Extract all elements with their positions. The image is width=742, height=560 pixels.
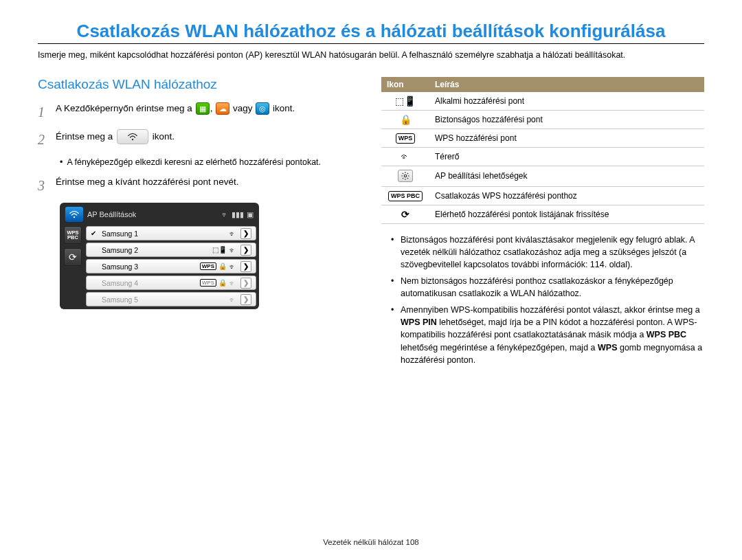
chevron-right-icon[interactable]: ❯	[240, 278, 251, 289]
notes-list: Biztonságos hozzáférési pont kiválasztás…	[381, 234, 704, 366]
chevron-right-icon[interactable]: ❯	[240, 261, 251, 272]
note-3: Amennyiben WPS-kompatibilis hozzáférési …	[394, 304, 704, 366]
wps-pbc-button[interactable]: WPSPBC	[64, 226, 82, 244]
wifi-button-icon	[117, 129, 148, 144]
camera-ap-screen: AP Beállítások ᯤ▮▮▮▣ WPSPBC ⟳ ✔Samsung 1…	[60, 203, 259, 309]
svg-point-1	[74, 216, 75, 218]
intro-text: Ismerje meg, miként kapcsolódhat hozzáfé…	[38, 49, 704, 62]
chevron-right-icon[interactable]: ❯	[240, 294, 251, 305]
step-2: 2 Érintse meg a ikont.	[38, 129, 361, 150]
table-row: ⟳Elérhető hozzáférési pontok listájának …	[381, 205, 704, 223]
page-title: Csatlakozás WLAN hálózathoz és a hálózat…	[38, 21, 704, 44]
table-row: WPSWPS hozzáférési pont	[381, 128, 704, 147]
ap-list-row[interactable]: Samsung 5ᯤ❯	[86, 292, 256, 306]
refresh-button[interactable]: ⟳	[64, 248, 82, 266]
col-icon: Ikon	[381, 77, 429, 92]
table-row: AP beállítási lehetőségek	[381, 166, 704, 186]
ap-list-row[interactable]: ✔Samsung 1ᯤ❯	[86, 226, 256, 240]
step-1: 1 A Kezdőképernyőn érintse meg a ▦, ☁ va…	[38, 102, 361, 122]
section-heading: Csatlakozás WLAN hálózathoz	[38, 77, 361, 92]
ap-list-row[interactable]: Samsung 4WPS🔒ᯤ❯	[86, 276, 256, 290]
svg-point-2	[404, 175, 407, 177]
table-row: 🔒Biztonságos hozzáférési pont	[381, 110, 704, 128]
table-row: ᯤTérerő	[381, 147, 704, 166]
share-icon: ▦	[196, 102, 210, 115]
table-row: WPS PBCCsatlakozás WPS hozzáférési ponth…	[381, 186, 704, 205]
step-number: 1	[38, 102, 49, 122]
note-2: Nem biztonságos hozzáférési ponthoz csat…	[394, 275, 704, 300]
chevron-right-icon[interactable]: ❯	[240, 245, 251, 256]
ap-screen-title: AP Beállítások	[87, 210, 217, 219]
status-icons: ᯤ▮▮▮▣	[221, 210, 254, 219]
table-row: ⬚📱Alkalmi hozzáférési pont	[381, 92, 704, 111]
svg-point-0	[132, 138, 133, 139]
step-2-note: A fényképezőgép elkezdi keresni az elérh…	[60, 157, 361, 169]
step-3: 3 Érintse meg a kívánt hozzáférési pont …	[38, 175, 361, 196]
ap-list-row[interactable]: Samsung 3WPS🔒ᯤ❯	[86, 259, 256, 273]
col-desc: Leírás	[429, 77, 704, 92]
page-footer: Vezeték nélküli hálózat 108	[0, 538, 742, 546]
chevron-right-icon[interactable]: ❯	[240, 228, 251, 239]
cloud-icon: ☁	[216, 102, 229, 115]
wifi-status-icon	[65, 207, 83, 222]
note-1: Biztonságos hozzáférési pont kiválasztás…	[394, 234, 704, 271]
step-number: 2	[38, 129, 49, 150]
step-number: 3	[38, 175, 49, 196]
ap-list-row[interactable]: Samsung 2⬚📱ᯤ❯	[86, 243, 256, 257]
icon-description-table: Ikon Leírás ⬚📱Alkalmi hozzáférési pont🔒B…	[381, 77, 704, 224]
wifi-app-icon: ◎	[256, 102, 269, 115]
